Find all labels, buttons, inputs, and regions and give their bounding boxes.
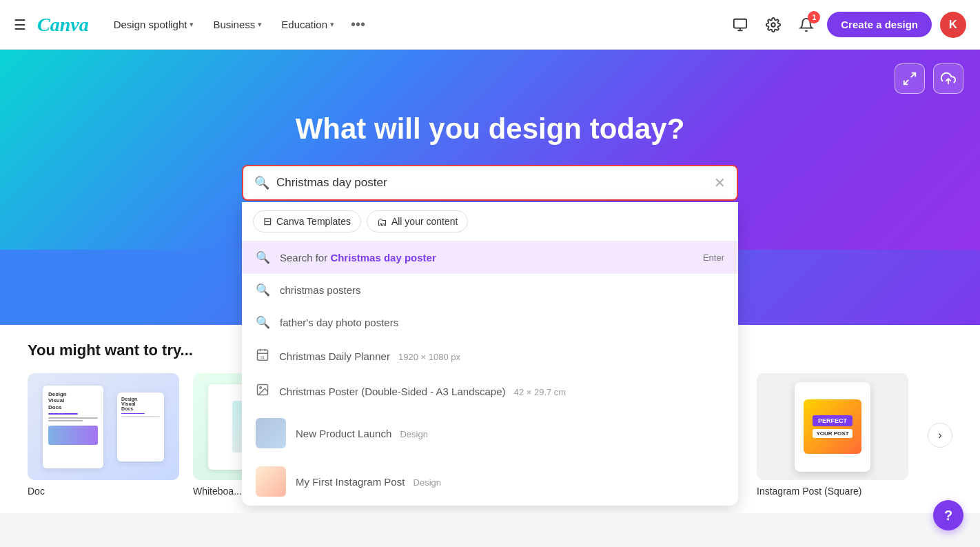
svg-point-3 xyxy=(772,23,776,27)
image-icon xyxy=(256,383,269,400)
suggestion-christmas-posters[interactable]: 🔍 christmas posters xyxy=(242,274,738,306)
card-doc[interactable]: DesignVisualDocs DesignVisualDocs Doc xyxy=(28,373,179,497)
canva-templates-label: Canva Templates xyxy=(276,216,351,227)
nav-education[interactable]: Education ▾ xyxy=(273,13,343,36)
search-icon: 🔍 xyxy=(254,175,269,190)
template-meta: 1920 × 1080 px xyxy=(398,352,460,362)
chevron-down-icon: ▾ xyxy=(330,20,334,29)
svg-line-5 xyxy=(904,80,908,84)
search-box: 🔍 ✕ xyxy=(242,165,738,201)
chevron-down-icon: ▾ xyxy=(190,20,194,29)
display-icon[interactable] xyxy=(728,12,753,37)
card-instagram[interactable]: PERFECT YOUR POST Instagram Post (Square… xyxy=(757,373,908,497)
design-text: My First Instagram Post Design xyxy=(296,476,724,488)
suggestion-icon: 🔍 xyxy=(256,283,270,297)
all-content-label: All your content xyxy=(391,216,458,227)
nav-business-label: Business xyxy=(213,19,255,30)
notification-badge: 1 xyxy=(808,11,820,23)
avatar[interactable]: K xyxy=(940,12,966,38)
svg-line-4 xyxy=(911,73,915,77)
suggestion-fathers-day[interactable]: 🔍 father's day photo posters xyxy=(242,306,738,339)
cloud-upload-icon[interactable] xyxy=(933,63,963,94)
templates-tab-icon: ⊟ xyxy=(263,215,272,228)
design-new-product-launch[interactable]: New Product Launch Design xyxy=(242,409,738,457)
suggestion-icon: 🔍 xyxy=(256,315,270,330)
hero-section: What will you design today? 🔍 ✕ ⊟ Canva … xyxy=(0,50,980,250)
search-item-icon: 🔍 xyxy=(256,250,270,265)
card-thumb-instagram: PERFECT YOUR POST xyxy=(757,373,908,480)
svg-rect-0 xyxy=(734,19,746,28)
template-christmas-poster[interactable]: Christmas Poster (Double-Sided - A3 Land… xyxy=(242,374,738,409)
card-label-instagram: Instagram Post (Square) xyxy=(757,486,908,497)
design-tag: Design xyxy=(400,429,427,439)
navbar: ☰ Canva Design spotlight ▾ Business ▾ Ed… xyxy=(0,0,980,50)
suggestion-text: father's day photo posters xyxy=(280,317,724,328)
logo[interactable]: Canva xyxy=(37,14,89,36)
search-bold: Christmas day poster xyxy=(330,252,436,263)
content-tab-icon: 🗂 xyxy=(377,216,387,228)
hero-title: What will you design today? xyxy=(296,112,685,146)
nav-design-spotlight-label: Design spotlight xyxy=(114,19,187,30)
settings-icon[interactable] xyxy=(761,12,786,37)
calendar-icon: 31 xyxy=(256,348,269,365)
search-tabs: ⊟ Canva Templates 🗂 All your content xyxy=(242,202,738,241)
template-daily-planner[interactable]: 31 Christmas Daily Planner 1920 × 1080 p… xyxy=(242,339,738,374)
search-enter-label: Enter xyxy=(703,252,724,263)
search-container: 🔍 ✕ ⊟ Canva Templates 🗂 All your content… xyxy=(242,165,738,201)
nav-more-dots[interactable]: ••• xyxy=(345,11,371,38)
search-item-text: Search for Christmas day poster xyxy=(280,252,693,263)
notification-wrapper: 1 xyxy=(794,12,819,37)
nav-right: 1 Create a design K xyxy=(728,12,966,38)
chevron-down-icon: ▾ xyxy=(258,20,262,29)
nav-design-spotlight[interactable]: Design spotlight ▾ xyxy=(105,13,203,36)
search-clear-icon[interactable]: ✕ xyxy=(714,175,726,191)
svg-text:31: 31 xyxy=(261,355,265,359)
hero-top-right-icons xyxy=(895,63,963,94)
search-dropdown: ⊟ Canva Templates 🗂 All your content 🔍 S… xyxy=(242,202,738,506)
card-thumb-doc: DesignVisualDocs DesignVisualDocs xyxy=(28,373,179,480)
design-tag: Design xyxy=(414,477,441,488)
resize-icon[interactable] xyxy=(895,63,925,94)
nav-business[interactable]: Business ▾ xyxy=(205,13,270,36)
nav-education-label: Education xyxy=(281,19,327,30)
design-thumbnail xyxy=(256,466,286,497)
card-label-doc: Doc xyxy=(28,486,179,497)
search-prefix: Search for xyxy=(280,252,330,263)
search-input[interactable] xyxy=(276,176,707,190)
carousel-next-button[interactable]: › xyxy=(928,423,952,448)
nav-links: Design spotlight ▾ Business ▾ Education … xyxy=(105,11,728,38)
template-meta: 42 × 29.7 cm xyxy=(514,387,566,397)
design-text: New Product Launch Design xyxy=(296,428,724,439)
search-suggestion-item[interactable]: 🔍 Search for Christmas day poster Enter xyxy=(242,241,738,274)
design-instagram-post[interactable]: My First Instagram Post Design xyxy=(242,457,738,506)
template-text: Christmas Poster (Double-Sided - A3 Land… xyxy=(279,386,724,397)
suggestion-text: christmas posters xyxy=(280,284,724,296)
create-design-button[interactable]: Create a design xyxy=(827,12,932,37)
hamburger-icon[interactable]: ☰ xyxy=(14,17,26,33)
design-thumbnail xyxy=(256,418,286,448)
template-text: Christmas Daily Planner 1920 × 1080 px xyxy=(279,350,724,362)
all-content-tab[interactable]: 🗂 All your content xyxy=(367,210,469,232)
canva-templates-tab[interactable]: ⊟ Canva Templates xyxy=(253,210,361,232)
svg-point-13 xyxy=(260,387,262,389)
